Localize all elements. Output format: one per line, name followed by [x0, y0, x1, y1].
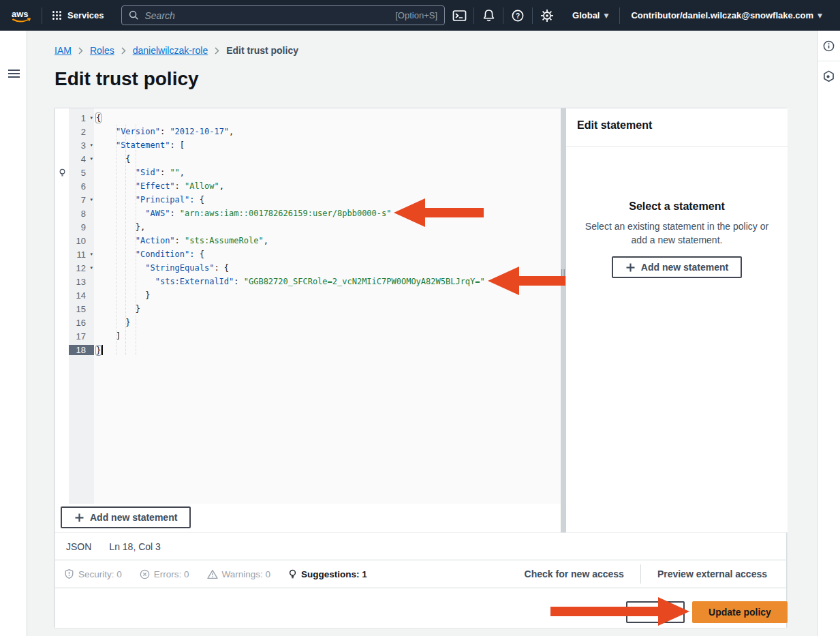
action-row: Cancel Update policy — [55, 588, 786, 628]
editor-line-2[interactable]: 2 "Version": "2012-10-17", — [55, 125, 561, 138]
editor-lines: 1▾{2 "Version": "2012-10-17",3▾ "Stateme… — [55, 111, 561, 357]
search-input[interactable] — [144, 10, 395, 21]
edit-statement-panel: Edit statement Select a statement Select… — [566, 108, 788, 532]
add-new-statement-label: Add new statement — [641, 262, 728, 273]
panel-divider — [566, 146, 788, 147]
hamburger-menu-button[interactable] — [8, 70, 20, 80]
breadcrumb-chevron-icon — [121, 47, 126, 55]
page-title: Edit trust policy — [55, 68, 199, 90]
svg-text:?: ? — [516, 12, 520, 19]
empty-state-text-line2: add a new statement. — [566, 233, 788, 247]
add-new-statement-button-editor[interactable]: Add new statement — [61, 506, 191, 528]
editor-line-4[interactable]: 4▾ { — [55, 152, 561, 166]
security-count-label: Security: 0 — [78, 569, 122, 579]
chevron-down-icon: ▼ — [818, 12, 822, 19]
editor-line-5[interactable]: 5 "Sid": "", — [55, 166, 561, 179]
editor-line-15[interactable]: 15 } — [55, 302, 561, 316]
editor-line-10[interactable]: 10 "Action": "sts:AssumeRole", — [55, 234, 561, 247]
editor-line-8[interactable]: 8 "AWS": "arn:aws:iam::001782626159:user… — [55, 207, 561, 220]
aws-logo[interactable]: aws — [0, 0, 42, 31]
nav-utilities: ? Global ▼ — [445, 0, 840, 31]
editor-line-1[interactable]: 1▾{ — [55, 111, 561, 125]
search-icon — [129, 10, 139, 20]
editor-line-3[interactable]: 3▾ "Statement": [ — [55, 138, 561, 152]
left-sidebar-rail — [0, 31, 27, 636]
gear-icon — [540, 9, 554, 22]
right-help-rail — [817, 31, 840, 636]
bell-icon — [482, 9, 496, 22]
search-box[interactable]: [Option+S] — [121, 5, 445, 25]
account-menu[interactable]: Contributor/daniel.wilczak@snowflake.com… — [620, 0, 833, 31]
empty-state: Select a statement Select an existing st… — [566, 200, 788, 278]
editor-line-6[interactable]: 6 "Effect": "Allow", — [55, 179, 561, 193]
editor-line-16[interactable]: 16 } — [55, 316, 561, 329]
preview-external-access-button[interactable]: Preview external access — [657, 569, 767, 579]
policy-editor-card: 1▾{2 "Version": "2012-10-17",3▾ "Stateme… — [55, 108, 787, 627]
iam-edit-trust-policy-page: aws Services [Option+S] — [0, 0, 840, 636]
add-new-statement-button-panel[interactable]: Add new statement — [612, 256, 742, 278]
breadcrumb: IAM Roles danielwilczak-role Edit trust … — [55, 45, 298, 56]
editor-mode-label: JSON — [66, 541, 91, 552]
check-for-new-access-button[interactable]: Check for new access — [525, 569, 624, 579]
shield-icon — [64, 569, 74, 579]
svg-text:aws: aws — [12, 9, 29, 19]
empty-state-title: Select a statement — [566, 200, 788, 213]
breadcrumb-chevron-icon — [215, 47, 219, 55]
panel-resize-handle[interactable] — [561, 108, 566, 532]
warning-triangle-icon — [207, 569, 218, 579]
editor-line-18[interactable]: 18} — [55, 343, 561, 357]
info-icon — [823, 40, 835, 52]
plus-icon — [625, 262, 636, 273]
cancel-button[interactable]: Cancel — [626, 601, 685, 623]
cursor-position-label: Ln 18, Col 3 — [109, 541, 161, 552]
editor-line-12[interactable]: 12▾ "StringEquals": { — [55, 261, 561, 275]
errors-count-label: Errors: 0 — [154, 569, 189, 579]
breadcrumb-iam[interactable]: IAM — [55, 45, 72, 56]
validation-status-bar: Security: 0 Errors: 0 Warnings: 0 — [55, 560, 786, 588]
notifications-button[interactable] — [474, 0, 503, 31]
errors-findings[interactable]: Errors: 0 — [140, 569, 189, 579]
add-new-statement-label: Add new statement — [90, 512, 177, 523]
editor-line-17[interactable]: 17 ] — [55, 329, 561, 343]
account-label: Contributor/daniel.wilczak@snowflake.com — [631, 10, 813, 20]
suggestions-count-label: Suggestions: 1 — [301, 569, 367, 579]
lightbulb-icon — [59, 168, 66, 177]
chevron-down-icon: ▼ — [604, 12, 608, 19]
editor-line-13[interactable]: 13 "sts:ExternalId": "GGB82720_SFCRole=2… — [55, 275, 561, 288]
empty-state-text-line1: Select an existing statement in the poli… — [566, 219, 788, 233]
editor-line-11[interactable]: 11▾ "Condition": { — [55, 247, 561, 261]
resources-panel-button[interactable] — [818, 61, 840, 91]
breadcrumb-role-name[interactable]: danielwilczak-role — [133, 45, 208, 56]
warnings-findings[interactable]: Warnings: 0 — [207, 569, 271, 579]
aws-logo-icon: aws — [10, 7, 33, 24]
editor-line-14[interactable]: 14 } — [55, 288, 561, 302]
services-label: Services — [67, 10, 104, 20]
services-menu[interactable]: Services — [42, 0, 114, 31]
update-policy-button[interactable]: Update policy — [692, 601, 788, 623]
settings-button[interactable] — [533, 0, 561, 31]
editor-status-row: JSON Ln 18, Col 3 — [55, 532, 786, 560]
region-selector[interactable]: Global ▼ — [561, 0, 619, 31]
warnings-count-label: Warnings: 0 — [222, 569, 271, 579]
security-findings[interactable]: Security: 0 — [64, 569, 122, 579]
json-policy-editor[interactable]: 1▾{2 "Version": "2012-10-17",3▾ "Stateme… — [55, 108, 561, 504]
hexagon-resource-icon — [823, 70, 835, 82]
breadcrumb-roles[interactable]: Roles — [90, 45, 114, 56]
region-label: Global — [572, 10, 600, 20]
resize-grip-icon — [561, 269, 565, 282]
cloudshell-button[interactable] — [445, 0, 473, 31]
help-button[interactable]: ? — [503, 0, 532, 31]
suggestions-findings[interactable]: Suggestions: 1 — [288, 569, 367, 579]
error-circle-x-icon — [140, 569, 150, 579]
breadcrumb-chevron-icon — [78, 47, 83, 55]
plus-icon — [74, 513, 84, 523]
editor-line-9[interactable]: 9 }, — [55, 220, 561, 234]
lightbulb-icon — [288, 569, 297, 579]
editor-line-7[interactable]: 7▾ "Principal": { — [55, 193, 561, 207]
cloudshell-terminal-icon — [452, 10, 467, 22]
text-cursor — [102, 345, 103, 355]
search-shortcut-hint: [Option+S] — [395, 10, 437, 20]
services-grid-icon — [52, 10, 62, 20]
panel-title: Edit statement — [566, 108, 788, 132]
info-panel-button[interactable] — [818, 31, 840, 61]
